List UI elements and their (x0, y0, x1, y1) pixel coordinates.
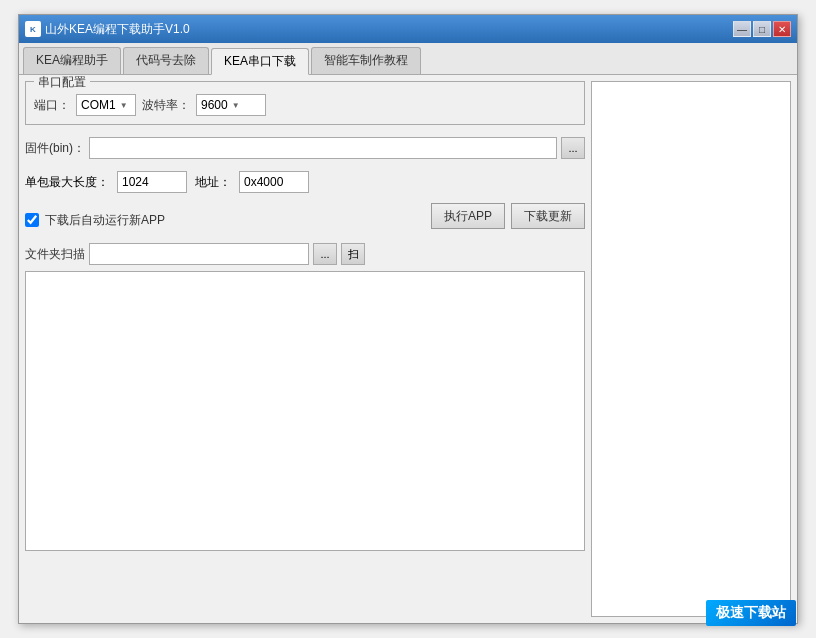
auto-run-checkbox[interactable] (25, 213, 39, 227)
app-icon: K (25, 21, 41, 37)
port-dropdown[interactable]: COM1 ▼ (76, 94, 136, 116)
firmware-browse-button[interactable]: ... (561, 137, 585, 159)
port-dropdown-arrow: ▼ (120, 101, 128, 110)
serial-port-row: 端口： COM1 ▼ 波特率： 9600 ▼ (34, 94, 576, 116)
content-area: 串口配置 端口： COM1 ▼ 波特率： 9600 ▼ 固件(bin)： (19, 75, 797, 623)
baud-dropdown[interactable]: 9600 ▼ (196, 94, 266, 116)
firmware-input[interactable] (89, 137, 557, 159)
minimize-button[interactable]: — (733, 21, 751, 37)
folder-scan-label: 文件夹扫描 (25, 246, 85, 263)
baud-dropdown-arrow: ▼ (232, 101, 240, 110)
action-buttons: 执行APP 下载更新 (431, 203, 585, 229)
title-bar-controls: — □ ✕ (733, 21, 791, 37)
max-packet-input[interactable] (117, 171, 187, 193)
firmware-label: 固件(bin)： (25, 140, 85, 157)
run-app-button[interactable]: 执行APP (431, 203, 505, 229)
baud-value: 9600 (201, 98, 228, 112)
address-input[interactable] (239, 171, 309, 193)
tab-bar: KEA编程助手 代码号去除 KEA串口下载 智能车制作教程 (19, 43, 797, 75)
serial-config-label: 串口配置 (34, 75, 90, 91)
window-title: 山外KEA编程下载助手V1.0 (45, 21, 190, 38)
title-bar: K 山外KEA编程下载助手V1.0 — □ ✕ (19, 15, 797, 43)
params-row: 单包最大长度： 地址： (25, 171, 585, 193)
baud-label: 波特率： (142, 97, 190, 114)
download-update-button[interactable]: 下载更新 (511, 203, 585, 229)
tab-code-remove[interactable]: 代码号去除 (123, 47, 209, 74)
tab-kea-serial-download[interactable]: KEA串口下载 (211, 48, 309, 75)
checkbox-buttons-row: 下载后自动运行新APP 执行APP 下载更新 (25, 203, 585, 229)
folder-scan-input[interactable] (89, 243, 309, 265)
tab-smart-car-tutorial[interactable]: 智能车制作教程 (311, 47, 421, 74)
watermark: 极速下载站 (706, 600, 796, 626)
folder-browse-button[interactable]: ... (313, 243, 337, 265)
title-bar-left: K 山外KEA编程下载助手V1.0 (25, 21, 190, 38)
max-packet-label: 单包最大长度： (25, 174, 109, 191)
left-panel: 串口配置 端口： COM1 ▼ 波特率： 9600 ▼ 固件(bin)： (25, 81, 585, 617)
folder-scan-row: 文件夹扫描 ... 扫 (25, 243, 585, 265)
close-button[interactable]: ✕ (773, 21, 791, 37)
port-value: COM1 (81, 98, 116, 112)
log-area (25, 271, 585, 551)
right-panel (591, 81, 791, 617)
scan-button[interactable]: 扫 (341, 243, 365, 265)
firmware-row: 固件(bin)： ... (25, 137, 585, 159)
main-window: K 山外KEA编程下载助手V1.0 — □ ✕ KEA编程助手 代码号去除 KE… (18, 14, 798, 624)
auto-run-row: 下载后自动运行新APP (25, 212, 165, 229)
maximize-button[interactable]: □ (753, 21, 771, 37)
auto-run-label: 下载后自动运行新APP (45, 212, 165, 229)
address-label: 地址： (195, 174, 231, 191)
tab-kea-programming[interactable]: KEA编程助手 (23, 47, 121, 74)
port-label: 端口： (34, 97, 70, 114)
serial-config-group: 串口配置 端口： COM1 ▼ 波特率： 9600 ▼ (25, 81, 585, 125)
